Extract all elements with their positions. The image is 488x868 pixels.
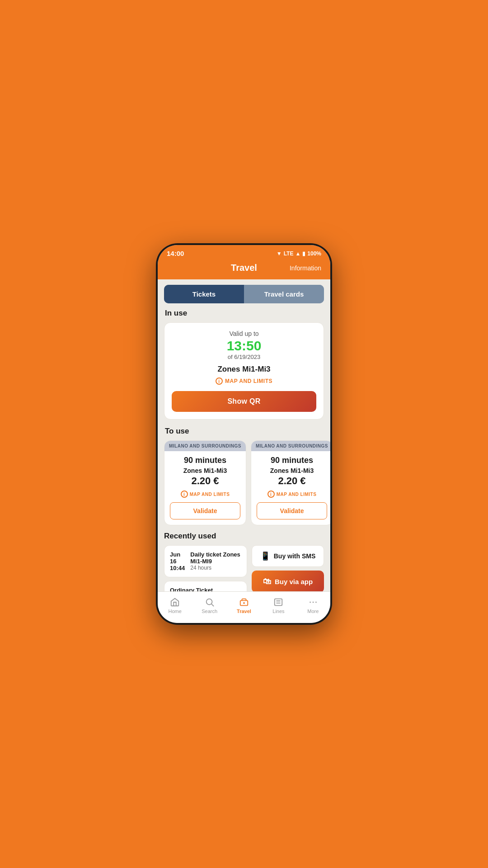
travel-icon bbox=[239, 597, 249, 607]
recent-date-1: Jun 16 bbox=[170, 551, 185, 565]
recently-used-right: 📱 Buy with SMS 🛍 Buy via app bbox=[252, 545, 324, 591]
valid-date: of 6/19/2023 bbox=[172, 354, 316, 360]
nav-item-home[interactable]: Home bbox=[158, 595, 192, 616]
ticket-price-2: 2.20 € bbox=[251, 475, 330, 487]
recent-ticket-name-1: Daily ticket Zones Mi1-MI9 bbox=[190, 551, 241, 565]
lte-label: LTE bbox=[284, 250, 294, 257]
in-use-card: Valid up to 13:50 of 6/19/2023 Zones Mi1… bbox=[164, 322, 324, 420]
ticket-zones-2: Zones Mi1-Mi3 bbox=[251, 467, 330, 474]
battery-icon: ▮ bbox=[302, 250, 305, 257]
nav-label-more: More bbox=[307, 609, 319, 614]
ticket-map-limits-1[interactable]: i MAP AND LIMITS bbox=[164, 491, 246, 498]
in-use-zones: Zones Mi1-Mi3 bbox=[172, 365, 316, 374]
ticket-card-2: MILANO AND SURROUNDINGS 90 minutes Zones… bbox=[251, 440, 330, 525]
nav-item-travel[interactable]: Travel bbox=[227, 595, 261, 616]
signal-icon: ▲ bbox=[295, 250, 300, 257]
information-link[interactable]: Information bbox=[290, 264, 321, 272]
to-use-title: To use bbox=[165, 427, 323, 436]
buy-sms-button[interactable]: 📱 Buy with SMS bbox=[252, 545, 324, 567]
nav-label-home: Home bbox=[169, 609, 182, 614]
show-qr-button[interactable]: Show QR bbox=[172, 391, 316, 412]
svg-rect-5 bbox=[275, 599, 282, 606]
ticket-tag-2: MILANO AND SURROUNDINGS bbox=[251, 441, 330, 451]
svg-point-8 bbox=[310, 602, 311, 603]
home-icon bbox=[170, 597, 180, 607]
tab-travel-cards[interactable]: Travel cards bbox=[244, 285, 324, 303]
svg-line-1 bbox=[211, 604, 214, 606]
nav-label-lines: Lines bbox=[272, 609, 284, 614]
info-circle-icon: i bbox=[216, 377, 223, 385]
nav-label-search: Search bbox=[202, 609, 217, 614]
phone-screen: 14:00 ▼ LTE ▲ ▮ 100% Travel Information … bbox=[158, 245, 330, 623]
recently-used-title: Recently used bbox=[164, 532, 324, 541]
ticket-price-1: 2.20 € bbox=[164, 475, 246, 487]
recently-used-left: Jun 16 10:44 Daily ticket Zones Mi1-MI9 … bbox=[164, 545, 247, 591]
main-content: Tickets Travel cards In use Valid up to … bbox=[158, 279, 330, 591]
ordinary-ticket-row: Ordinary Ticket bbox=[164, 581, 247, 591]
tab-tickets[interactable]: Tickets bbox=[164, 285, 244, 303]
recently-used-section: Jun 16 10:44 Daily ticket Zones Mi1-MI9 … bbox=[158, 545, 330, 591]
buy-app-button[interactable]: 🛍 Buy via app bbox=[252, 571, 324, 591]
in-use-map-limits[interactable]: i MAP AND LIMITS bbox=[172, 377, 316, 385]
ticket-map-limits-2[interactable]: i MAP AND LIMITS bbox=[251, 491, 330, 498]
status-icons: ▼ LTE ▲ ▮ 100% bbox=[277, 250, 321, 257]
nav-item-search[interactable]: Search bbox=[192, 595, 226, 616]
wifi-icon: ▼ bbox=[277, 250, 282, 257]
svg-point-0 bbox=[206, 599, 212, 605]
lines-icon bbox=[273, 597, 283, 607]
sms-icon: 📱 bbox=[260, 551, 270, 561]
bag-icon: 🛍 bbox=[263, 577, 271, 586]
header: Travel Information bbox=[158, 260, 330, 279]
ticket-duration-2: 90 minutes bbox=[251, 456, 330, 465]
status-bar: 14:00 ▼ LTE ▲ ▮ 100% bbox=[158, 245, 330, 260]
nav-label-travel: Travel bbox=[237, 609, 251, 614]
battery-label: 100% bbox=[307, 250, 321, 257]
ticket-tag-1: MILANO AND SURROUNDINGS bbox=[164, 441, 246, 451]
recent-time-1: 10:44 bbox=[170, 565, 185, 571]
tabs-container: Tickets Travel cards bbox=[164, 285, 324, 303]
svg-point-9 bbox=[312, 602, 314, 603]
more-icon bbox=[308, 597, 318, 607]
recent-duration-1: 24 hours bbox=[190, 565, 241, 571]
ticket-duration-1: 90 minutes bbox=[164, 456, 246, 465]
status-time: 14:00 bbox=[167, 250, 184, 257]
phone-shell: 14:00 ▼ LTE ▲ ▮ 100% Travel Information … bbox=[156, 243, 332, 625]
info-circle-icon-1: i bbox=[181, 491, 188, 498]
ticket-zones-1: Zones Mi1-Mi3 bbox=[164, 467, 246, 474]
validate-button-2[interactable]: Validate bbox=[257, 502, 327, 519]
valid-label: Valid up to bbox=[172, 330, 316, 337]
search-icon bbox=[205, 597, 215, 607]
nav-item-more[interactable]: More bbox=[296, 595, 330, 616]
svg-point-10 bbox=[315, 602, 317, 603]
ticket-card-1: MILANO AND SURROUNDINGS 90 minutes Zones… bbox=[164, 440, 246, 525]
recent-item-1: Jun 16 10:44 Daily ticket Zones Mi1-MI9 … bbox=[164, 545, 247, 577]
in-use-title: In use bbox=[165, 309, 323, 318]
nav-item-lines[interactable]: Lines bbox=[261, 595, 296, 616]
validate-button-1[interactable]: Validate bbox=[170, 502, 240, 519]
to-use-scroll: MILANO AND SURROUNDINGS 90 minutes Zones… bbox=[158, 440, 330, 532]
info-circle-icon-2: i bbox=[267, 491, 275, 498]
valid-time: 13:50 bbox=[172, 338, 316, 354]
bottom-nav: Home Search Travel bbox=[158, 591, 330, 623]
header-title: Travel bbox=[231, 263, 257, 273]
